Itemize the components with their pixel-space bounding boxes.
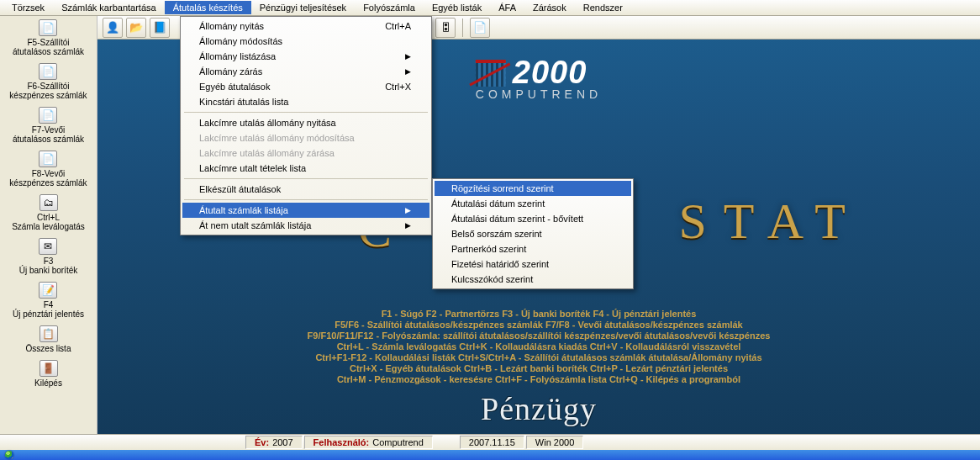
- submenu-rogzitesi-sorrend[interactable]: Rögzítési sorrend szerint: [435, 181, 631, 196]
- sidebar-item-osszes-lista[interactable]: 📋 Összes lista: [26, 325, 71, 353]
- chevron-right-icon: ▶: [405, 67, 411, 76]
- status-user: Felhasználó: Computrend: [304, 436, 433, 449]
- windows-taskbar[interactable]: [0, 450, 980, 460]
- book-icon: 📘: [153, 21, 166, 34]
- menu-afa[interactable]: ÁFA: [490, 1, 524, 14]
- menu-szamlak-karbantartasa[interactable]: Számlák karbantartása: [53, 1, 165, 14]
- sidebar-item-label: F8-Vevői: [32, 169, 65, 178]
- menu-item-label: Állomány módosítás: [199, 36, 282, 46]
- menu-atutalas-keszites[interactable]: Átutalás készítés: [165, 1, 251, 14]
- sidebar-item-ctrl-l[interactable]: 🗂 Ctrl+L Számla leválogatás: [12, 194, 85, 231]
- menu-lakcimre-nyitasa[interactable]: Lakcímre utalás állomány nyitása: [182, 115, 429, 130]
- menu-egyeb-atutalasok[interactable]: Egyéb átutalások Ctrl+X: [182, 79, 429, 94]
- sidebar-item-f5[interactable]: 📄 F5-Szállítói átutalásos számlák: [13, 19, 84, 56]
- sidebar-item-label: F5-Szállítói: [27, 38, 69, 47]
- status-value: 2007.11.15: [469, 437, 515, 447]
- help-line: F1 - Súgó F2 - Partnertörzs F3 - Új bank…: [308, 309, 771, 320]
- menu-zarasok[interactable]: Zárások: [524, 1, 575, 14]
- logo-year: 2000: [513, 55, 587, 91]
- menu-item-label: Át nem utalt számlák listája: [199, 220, 311, 230]
- submenu-atutalasi-datum-bovitett[interactable]: Átutalási dátum szerint - bővített: [435, 211, 631, 226]
- toolbar-divider: [462, 19, 463, 37]
- menu-at-nem-utalt-szamlak[interactable]: Át nem utalt számlák listája ▶: [182, 218, 429, 233]
- submenu-belso-sorszam[interactable]: Belső sorszám szerint: [435, 226, 631, 241]
- sheet-icon: 📄: [473, 21, 487, 34]
- menu-allomany-zaras[interactable]: Állomány zárás ▶: [182, 64, 429, 79]
- user-icon: 👤: [106, 21, 119, 34]
- start-button[interactable]: [0, 450, 18, 460]
- toolbar-control-button[interactable]: 🎛: [435, 18, 456, 38]
- status-label: Év:: [255, 437, 269, 447]
- sidebar-item-f4[interactable]: 📝 F4 Új pénztári jelentés: [13, 282, 84, 319]
- toolbar-book-button[interactable]: 📘: [150, 18, 170, 38]
- menu-item-label: Kulcsszókód szerint: [451, 274, 533, 284]
- menu-item-label: Állomány nyitás: [199, 21, 264, 31]
- toolbar-sheet-button[interactable]: 📄: [470, 18, 490, 38]
- sidebar-item-f7[interactable]: 📄 F7-Vevői átutalásos számlák: [13, 107, 84, 144]
- background-word-stat: STAT: [678, 193, 862, 251]
- folder-icon: 🗂: [40, 194, 58, 211]
- menu-allomany-modositas[interactable]: Állomány módosítás: [182, 34, 429, 49]
- logo-subtitle: COMPUTREND: [476, 87, 602, 101]
- menu-allomany-nyitas[interactable]: Állomány nyitás Ctrl+A: [182, 19, 429, 34]
- envelope-icon: ✉: [39, 238, 57, 255]
- sidebar-item-label: F3: [44, 256, 54, 266]
- submenu-partnerkod[interactable]: Partnerkód szerint: [435, 241, 631, 256]
- shortcut-help: F1 - Súgó F2 - Partnertörzs F3 - Új bank…: [308, 309, 771, 385]
- status-value: Computrend: [372, 437, 424, 447]
- submenu-kulcsszokod[interactable]: Kulcsszókód szerint: [435, 272, 631, 287]
- document-icon: 📄: [39, 107, 57, 124]
- menu-item-label: Elkészült átutalások: [199, 184, 281, 194]
- menu-item-label: Átutalási dátum szerint: [451, 198, 545, 209]
- toolbar-folder-button[interactable]: 📂: [126, 18, 146, 38]
- status-year: Év: 2007: [245, 436, 303, 449]
- sidebar-item-label: átutalásos számlák: [13, 135, 84, 144]
- sidebar-item-label: készpénzes számlák: [9, 178, 87, 188]
- folder-icon: 📂: [129, 21, 143, 34]
- menu-penzugyi-teljesitesek[interactable]: Pénzügyi teljesítések: [251, 1, 355, 14]
- menu-kincstari-atutalas-lista[interactable]: Kincstári átutalás lista: [182, 94, 429, 109]
- submenu-atutalt-szamlak: Rögzítési sorrend szerint Átutalási dátu…: [432, 178, 634, 289]
- menu-separator: [184, 199, 428, 200]
- sidebar-item-label: készpénzes számlák: [9, 91, 87, 100]
- chevron-right-icon: ▶: [405, 206, 411, 214]
- menu-item-label: Átutalási dátum szerint - bővített: [451, 214, 583, 224]
- menu-item-label: Rögzítési sorrend szerint: [451, 183, 554, 193]
- submenu-fizetesi-hatarido[interactable]: Fizetési határidő szerint: [435, 256, 631, 272]
- menu-item-label: Egyéb átutalások: [199, 82, 270, 92]
- sidebar-item-kilepes[interactable]: 🚪 Kilépés: [34, 360, 62, 388]
- sidebar-item-f6[interactable]: 📄 F6-Szállítói készpénzes számlák: [9, 63, 87, 100]
- logo-grid-icon: [476, 60, 506, 87]
- menu-item-shortcut: Ctrl+A: [385, 21, 411, 31]
- status-os: Win 2000: [526, 436, 583, 449]
- menu-lakcimre-zarasa: Lakcímre utalás állomány zárása: [182, 145, 429, 161]
- menu-allomany-listazasa[interactable]: Állomány listázása ▶: [182, 49, 429, 64]
- sidebar-item-f8[interactable]: 📄 F8-Vevői készpénzes számlák: [9, 151, 87, 188]
- menu-item-label: Belső sorszám szerint: [451, 229, 542, 239]
- statusbar: Év: 2007 Felhasználó: Computrend 2007.11…: [0, 434, 980, 450]
- menu-torzsek[interactable]: Törzsek: [3, 1, 53, 14]
- menu-lakcimre-tetelek[interactable]: Lakcímre utalt tételek lista: [182, 161, 429, 176]
- sidebar-item-label: F7-Vevői: [32, 125, 65, 135]
- menu-item-label: Lakcímre utalás állomány nyitása: [199, 118, 336, 128]
- sidebar-item-label: F4: [44, 300, 54, 309]
- menu-elkeszult-atutalasok[interactable]: Elkészült átutalások: [182, 182, 429, 197]
- status-value: Win 2000: [535, 437, 574, 447]
- menu-item-label: Lakcímre utalás állomány zárása: [199, 148, 335, 158]
- chevron-right-icon: ▶: [405, 221, 411, 230]
- sidebar-item-label: átutalásos számlák: [13, 47, 84, 56]
- menu-folyoszamla[interactable]: Folyószámla: [355, 1, 424, 14]
- menu-atutalt-szamlak-listaja[interactable]: Átutalt számlák listája ▶: [182, 203, 429, 218]
- document-icon: 📄: [39, 63, 57, 80]
- chevron-right-icon: ▶: [405, 52, 411, 61]
- menu-rendszer[interactable]: Rendszer: [575, 1, 631, 14]
- content-area: 👤 📂 📘 📦 🎛 📄 2000 COMPUTREND C STAT: [97, 16, 980, 434]
- submenu-atutalasi-datum[interactable]: Átutalási dátum szerint: [435, 196, 631, 211]
- document-icon: 📄: [39, 19, 57, 36]
- help-line: Ctrl+F1-F12 - Kollaudálási listák Ctrl+S…: [308, 352, 771, 363]
- sidebar-item-f3[interactable]: ✉ F3 Új banki boríték: [19, 238, 77, 275]
- exit-icon: 🚪: [40, 360, 58, 377]
- help-line: F5/F6 - Szállítói átutalásos/készpénzes …: [308, 320, 771, 330]
- menu-egyeb-listak[interactable]: Egyéb listák: [424, 1, 490, 14]
- toolbar-user-button[interactable]: 👤: [103, 18, 123, 38]
